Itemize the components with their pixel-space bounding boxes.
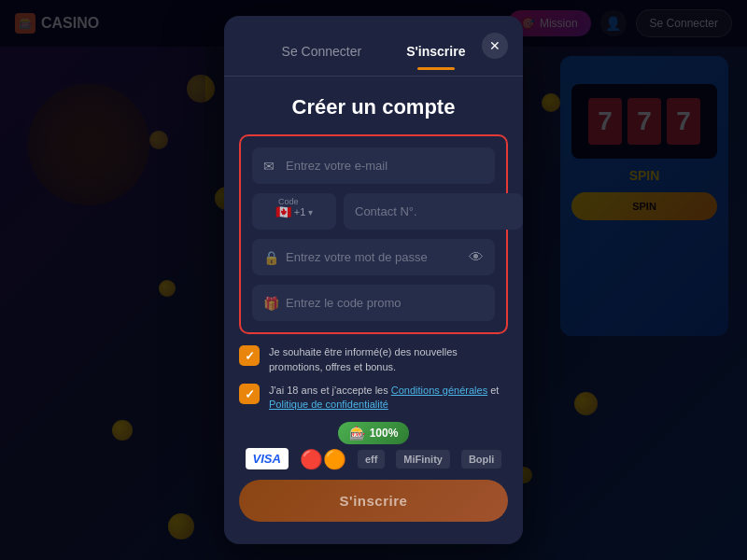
country-code-select[interactable]: Code 🇨🇦 +1 ▾ [252,193,336,230]
modal-tabs: Se Connecter S'inscrire [224,16,523,68]
eye-toggle-icon[interactable]: 👁 [469,249,484,266]
newsletter-checkbox-row: ✓ Je souhaite être informé(e) des nouvel… [239,345,508,374]
privacy-link[interactable]: Politique de confidentialité [269,399,388,410]
payment-logo-eff: eff [358,450,385,469]
terms-checkbox-row: ✓ J'ai 18 ans et j'accepte les Condition… [239,384,508,413]
checkmark-icon-2: ✓ [245,387,255,401]
gift-icon: 🎁 [263,296,279,311]
tab-register[interactable]: S'inscrire [384,35,487,68]
tab-login[interactable]: Se Connecter [260,35,385,68]
terms-link[interactable]: Conditions générales [391,385,487,396]
password-input[interactable] [252,239,495,275]
email-input[interactable] [252,147,495,184]
email-icon: ✉ [263,159,275,174]
promo-field-wrapper: 🎁 [252,285,495,321]
terms-checkbox[interactable]: ✓ [239,384,260,404]
bonus-badge-row: 🎰 100% [224,422,523,444]
country-code-value: +1 [294,206,306,217]
terms-label: J'ai 18 ans et j'accepte les Conditions … [269,384,508,413]
password-field-wrapper: 🔒 👁 [252,239,495,275]
payment-methods-row: VISA 🔴🟠 eff MiFinity Bopli [239,448,508,470]
checkbox-section: ✓ Je souhaite être informé(e) des nouvel… [239,345,508,413]
bopli-logo: Bopli [461,450,502,469]
flag-icon: 🇨🇦 [275,204,291,219]
visa-logo: VISA [246,448,289,469]
email-field-wrapper: ✉ [252,147,495,184]
phone-row: Code 🇨🇦 +1 ▾ [252,193,495,230]
promo-input[interactable] [252,285,495,321]
modal-overlay: Se Connecter S'inscrire ✕ Créer un compt… [0,0,747,560]
register-button[interactable]: S'inscrire [239,480,508,522]
chevron-down-icon: ▾ [308,207,313,217]
bonus-badge: 🎰 100% [338,422,410,444]
checkmark-icon: ✓ [245,349,255,363]
bonus-icon: 🎰 [349,426,365,441]
mastercard-logo: 🔴🟠 [300,448,346,470]
phone-input[interactable] [344,193,523,230]
code-label: Code [278,197,299,206]
form-section: ✉ Code 🇨🇦 +1 ▾ 🔒 [239,134,508,334]
newsletter-label: Je souhaite être informé(e) des nouvelle… [269,345,508,374]
newsletter-checkbox[interactable]: ✓ [239,345,260,366]
mifinity-logo: MiFinity [396,450,450,469]
modal-title: Créer un compte [224,77,523,134]
lock-icon: 🔒 [263,250,279,265]
registration-modal: Se Connecter S'inscrire ✕ Créer un compt… [224,16,523,544]
